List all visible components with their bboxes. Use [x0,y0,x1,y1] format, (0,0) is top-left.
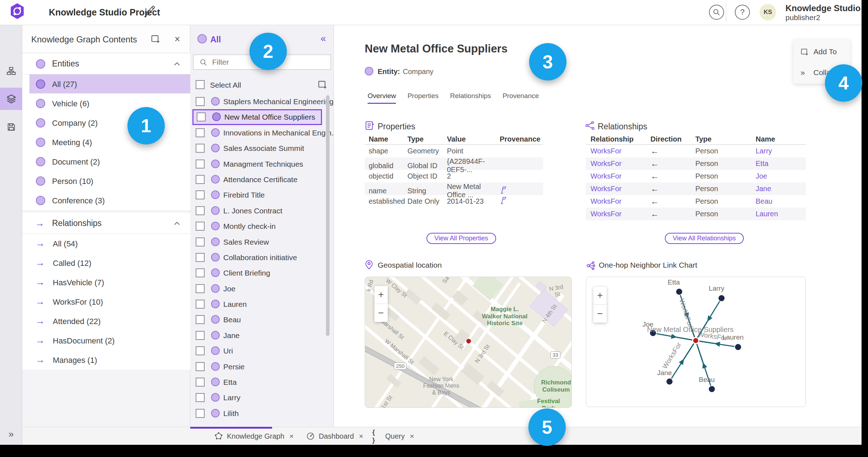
entity-type-item[interactable]: All (27) [22,74,190,94]
select-all-checkbox[interactable] [196,80,205,89]
item-checkbox[interactable] [196,331,205,340]
list-item[interactable]: Attendance Certificate [190,172,334,187]
item-checkbox[interactable] [196,378,205,387]
close-panel-icon[interactable]: × [174,34,180,45]
item-checkbox[interactable] [196,144,205,153]
relationship-entity-name-link[interactable]: Jane [756,185,806,193]
scope-label[interactable]: All [210,35,221,45]
list-item[interactable]: New Metal Office Suppliers [192,109,322,125]
list-item[interactable]: Managment Techniques [190,156,334,172]
close-tab-icon[interactable]: × [410,432,414,440]
list-item[interactable]: Lauren [190,296,334,312]
relationship-type-item[interactable]: → WorksFor (10) [22,292,190,311]
search-button[interactable] [709,5,724,20]
relationship-entity-name-link[interactable]: Larry [756,147,806,155]
list-item[interactable]: Persie [190,359,334,374]
item-checkbox[interactable] [196,128,205,137]
relationship-link[interactable]: WorksFor [591,185,650,193]
item-checkbox[interactable] [196,362,205,371]
detail-tab[interactable]: Properties [407,92,439,104]
entity-type-item[interactable]: Person (10) [22,171,190,191]
chevron-up-icon[interactable] [174,221,180,226]
item-checkbox[interactable] [196,206,205,215]
list-item[interactable]: Beau [190,312,334,327]
item-checkbox[interactable] [197,112,206,121]
avatar[interactable]: KS [760,4,776,20]
geospatial-map[interactable]: W Clay Stk RdSaMaggie L. Walker National… [365,277,572,408]
item-checkbox[interactable] [196,222,205,231]
detail-tab[interactable]: Relationships [450,92,491,104]
zoom-out-button[interactable]: − [593,305,607,323]
list-item[interactable]: Etta [190,374,334,390]
add-layer-icon[interactable] [151,34,161,44]
list-item[interactable]: Lilith [190,406,334,421]
relationship-type-item[interactable]: → HasVehicle (7) [22,273,190,292]
item-checkbox[interactable] [196,300,205,309]
item-checkbox[interactable] [196,190,205,199]
relationship-link[interactable]: WorksFor [591,147,650,155]
item-checkbox[interactable] [196,315,205,324]
list-item[interactable]: Client Briefing [190,265,334,281]
entity-type-item[interactable]: Conference (3) [22,191,190,210]
list-item[interactable]: Uri [190,343,334,359]
item-checkbox[interactable] [196,409,205,418]
relationship-link[interactable]: WorksFor [591,160,650,168]
relationship-entity-name-link[interactable]: Lauren [756,210,806,218]
help-button[interactable]: ? [735,5,750,20]
edit-title-pencil-icon[interactable] [144,5,157,17]
item-checkbox[interactable] [196,284,205,293]
list-item[interactable]: Jane [190,328,334,343]
item-checkbox[interactable] [196,253,205,262]
add-to-menu-item[interactable]: Add To [793,42,850,61]
list-item[interactable]: Sales Review [190,234,334,250]
layers-tool-button[interactable] [0,88,22,110]
relationship-link[interactable]: WorksFor [591,172,650,180]
relationship-entity-name-link[interactable]: Joe [756,172,806,180]
view-all-properties-button[interactable]: View All Properties [426,233,496,244]
detail-tab[interactable]: Provenance [503,92,539,104]
entity-type-item[interactable]: Document (2) [22,152,190,171]
entity-type-item[interactable]: Meeting (4) [22,133,190,152]
item-checkbox[interactable] [196,393,205,402]
user-identity[interactable]: Knowledge Studio publisher2 [785,4,860,22]
entities-section-header[interactable]: Entities [22,53,190,74]
relationship-entity-name-link[interactable]: Etta [756,160,806,168]
zoom-in-button[interactable]: + [593,287,607,305]
item-checkbox[interactable] [196,346,205,355]
entity-type-item[interactable]: Company (2) [22,113,190,133]
view-all-relationships-button[interactable]: View All Relationships [665,233,744,244]
list-scrollbar[interactable] [326,95,330,336]
relationship-type-item[interactable]: → Called (12) [22,253,190,273]
zoom-out-button[interactable]: − [374,304,388,322]
list-item[interactable]: Collaboration initiative [190,250,334,265]
entity-type-item[interactable]: Vehicle (6) [22,94,190,113]
provenance-flag-icon[interactable] [500,196,543,207]
chevron-up-icon[interactable] [174,62,180,66]
list-item[interactable]: Staplers Mechanical Engineering [190,94,334,109]
detail-tab[interactable]: Overview [368,92,396,104]
item-checkbox[interactable] [196,97,205,106]
relationship-type-item[interactable]: → HasDocument (2) [22,331,190,350]
expand-rail-button[interactable]: » [0,429,22,440]
relationship-link[interactable]: WorksFor [591,197,650,206]
bottom-tab-knowledge-graph[interactable]: Knowledge Graph× [214,427,294,445]
add-selection-icon[interactable] [318,79,328,89]
item-checkbox[interactable] [196,237,205,246]
close-tab-icon[interactable]: × [289,432,294,440]
relationship-type-item[interactable]: → Manages (1) [22,350,190,370]
relationship-link[interactable]: WorksFor [591,210,650,218]
list-item[interactable]: L. Jones Contract [190,203,334,218]
collapse-panel-icon[interactable]: « [321,33,326,44]
zoom-in-button[interactable]: + [374,286,388,304]
bottom-tab-dashboard[interactable]: Dashboard× [306,427,363,445]
list-item[interactable]: Joe [190,281,334,296]
list-item[interactable]: Firebird Title [190,187,334,203]
list-item[interactable]: Sales Associate Summit [190,140,334,156]
save-tool-button[interactable] [0,116,22,138]
relationship-type-item[interactable]: → All (54) [22,234,190,253]
bottom-tab-query[interactable]: { }Query× [372,427,414,445]
item-checkbox[interactable] [196,268,205,277]
item-checkbox[interactable] [196,175,205,184]
list-item[interactable]: Larry [190,390,334,405]
relationships-section-header[interactable]: → Relationships [22,213,190,234]
